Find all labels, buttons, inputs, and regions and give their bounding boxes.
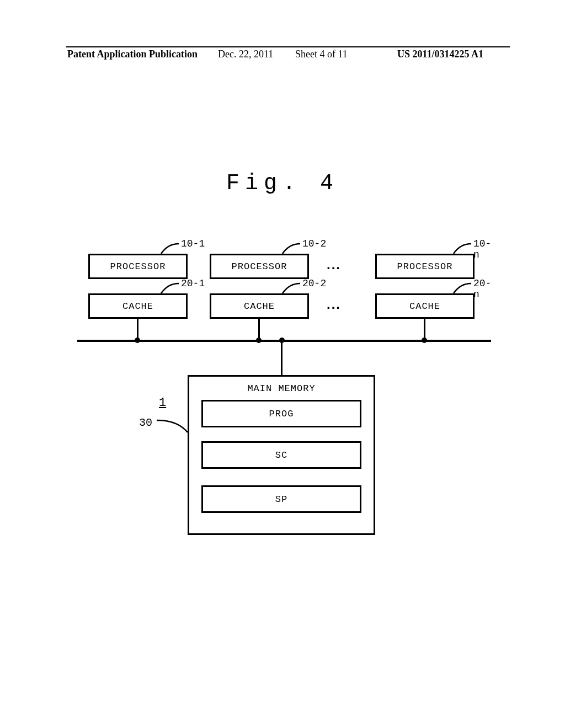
header-pub-type: Patent Application Publication — [67, 49, 198, 60]
lead-line-icon — [160, 282, 180, 295]
lead-line-icon — [452, 282, 472, 295]
ref-label-cache-1: 20-1 — [181, 278, 205, 289]
mem-stub — [281, 341, 282, 375]
prog-box: PROG — [201, 400, 361, 427]
lead-line-icon — [281, 243, 301, 255]
header-date: Dec. 22, 2011 — [218, 49, 273, 60]
header-pub-number: US 2011/0314225 A1 — [397, 49, 483, 60]
figure-title: Fig. 4 — [0, 171, 565, 196]
bus-node-2 — [256, 338, 262, 343]
bus-node-1 — [135, 338, 140, 343]
processor-box-n: PROCESSOR — [375, 254, 475, 279]
ref-label-proc-2: 10-2 — [302, 238, 326, 249]
lead-line-icon — [156, 419, 189, 433]
main-memory-label: MAIN MEMORY — [247, 383, 315, 394]
ellipsis-icon: ··· — [327, 300, 341, 315]
ref-label-cache-n: 20-n — [473, 278, 497, 300]
system-ref-label: 1 — [159, 396, 166, 410]
processor-box-2: PROCESSOR — [210, 254, 309, 279]
cache-box-1: CACHE — [88, 293, 188, 319]
ref-label-proc-1: 10-1 — [181, 238, 205, 249]
memory-ref-label: 30 — [139, 416, 152, 429]
lead-line-icon — [281, 282, 301, 295]
cache-box-n: CACHE — [375, 293, 475, 319]
diagram-area: 10-1 10-2 10-n PROCESSOR PROCESSOR ··· P… — [77, 243, 497, 540]
lead-line-icon — [452, 243, 472, 255]
bus-node-n — [422, 338, 427, 343]
cache-box-2: CACHE — [210, 293, 309, 319]
header-rule — [66, 46, 510, 47]
processor-box-1: PROCESSOR — [88, 254, 188, 279]
page: Patent Application Publication Dec. 22, … — [0, 0, 565, 728]
header-sheet: Sheet 4 of 11 — [295, 49, 348, 60]
ref-label-proc-n: 10-n — [473, 238, 497, 260]
sc-box: SC — [201, 441, 361, 469]
lead-line-icon — [160, 243, 180, 255]
ref-label-cache-2: 20-2 — [302, 278, 326, 289]
ellipsis-icon: ··· — [327, 260, 341, 276]
sp-box: SP — [201, 485, 361, 513]
